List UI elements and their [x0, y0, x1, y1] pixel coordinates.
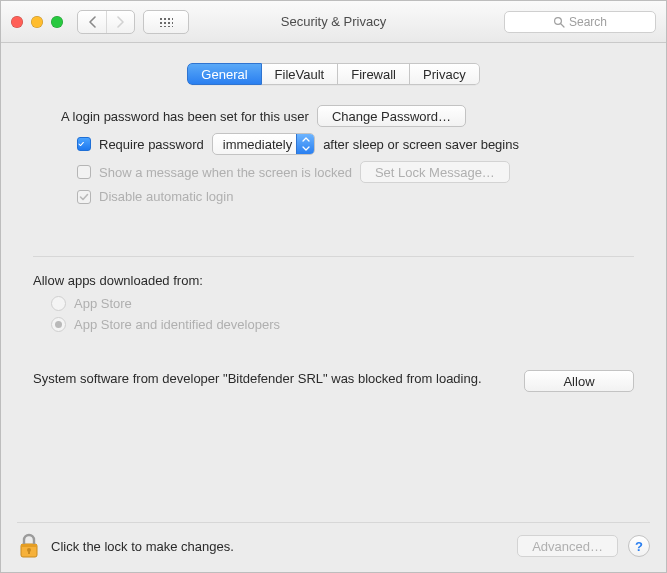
show-lock-message-label: Show a message when the screen is locked	[99, 165, 352, 180]
footer-separator	[17, 522, 650, 523]
search-placeholder: Search	[569, 15, 607, 29]
gatekeeper-identified-label: App Store and identified developers	[74, 317, 280, 332]
popup-stepper-icon	[296, 134, 314, 154]
disable-auto-login-checkbox[interactable]	[77, 190, 91, 204]
gatekeeper-identified-radio[interactable]	[51, 317, 66, 332]
content: General FileVault Firewall Privacy A log…	[1, 43, 666, 572]
tab-filevault[interactable]: FileVault	[262, 63, 339, 85]
back-button[interactable]	[78, 11, 106, 33]
close-icon[interactable]	[11, 16, 23, 28]
require-password-delay-popup[interactable]: immediately	[212, 133, 315, 155]
prefs-window: Security & Privacy Search General FileVa…	[0, 0, 667, 573]
gatekeeper-appstore-label: App Store	[74, 296, 132, 311]
tab-general[interactable]: General	[187, 63, 261, 85]
require-password-pre: Require password	[99, 137, 204, 152]
search-icon	[553, 16, 565, 28]
lock-text: Click the lock to make changes.	[51, 539, 234, 554]
require-password-checkbox[interactable]	[77, 137, 91, 151]
titlebar: Security & Privacy Search	[1, 1, 666, 43]
window-controls	[11, 16, 63, 28]
set-lock-message-button[interactable]: Set Lock Message…	[360, 161, 510, 183]
svg-point-0	[555, 17, 562, 24]
login-password-text: A login password has been set for this u…	[61, 109, 309, 124]
login-password-row: A login password has been set for this u…	[61, 105, 634, 127]
help-button[interactable]: ?	[628, 535, 650, 557]
zoom-icon[interactable]	[51, 16, 63, 28]
require-password-delay-value: immediately	[223, 137, 292, 152]
gatekeeper-identified-row: App Store and identified developers	[51, 317, 634, 332]
gatekeeper-appstore-radio[interactable]	[51, 296, 66, 311]
svg-line-1	[561, 24, 564, 27]
lock-icon[interactable]	[17, 532, 41, 560]
tab-privacy[interactable]: Privacy	[410, 63, 480, 85]
search-input[interactable]: Search	[504, 11, 656, 33]
forward-button[interactable]	[106, 11, 134, 33]
tab-group: General FileVault Firewall Privacy	[187, 63, 479, 85]
grid-icon	[159, 17, 173, 27]
disable-auto-login-label: Disable automatic login	[99, 189, 233, 204]
svg-rect-3	[21, 544, 37, 547]
disable-auto-login-row: Disable automatic login	[77, 189, 634, 204]
require-password-row: Require password immediately after sleep…	[77, 133, 634, 155]
nav-back-forward	[77, 10, 135, 34]
gatekeeper-title: Allow apps downloaded from:	[33, 273, 634, 288]
show-all-button[interactable]	[143, 10, 189, 34]
blocked-software-row: System software from developer "Bitdefen…	[33, 370, 634, 392]
svg-rect-5	[28, 550, 30, 554]
blocked-software-message: System software from developer "Bitdefen…	[33, 370, 506, 388]
footer: Click the lock to make changes. Advanced…	[1, 522, 666, 572]
require-password-post: after sleep or screen saver begins	[323, 137, 519, 152]
tab-firewall[interactable]: Firewall	[338, 63, 410, 85]
advanced-button[interactable]: Advanced…	[517, 535, 618, 557]
minimize-icon[interactable]	[31, 16, 43, 28]
section-separator	[33, 256, 634, 257]
allow-button[interactable]: Allow	[524, 370, 634, 392]
change-password-button[interactable]: Change Password…	[317, 105, 466, 127]
tabbar: General FileVault Firewall Privacy	[33, 63, 634, 85]
show-lock-message-checkbox[interactable]	[77, 165, 91, 179]
gatekeeper-appstore-row: App Store	[51, 296, 634, 311]
lock-message-row: Show a message when the screen is locked…	[77, 161, 634, 183]
